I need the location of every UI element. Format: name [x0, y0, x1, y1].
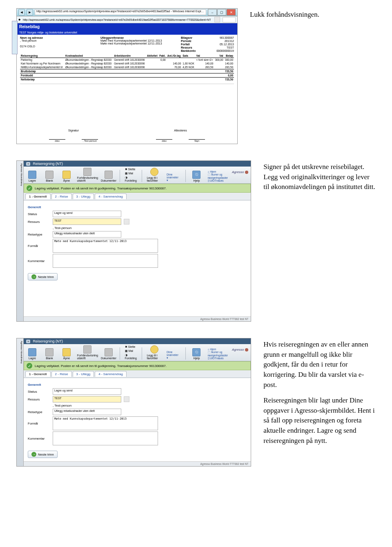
ikoner-link[interactable]: ⬚ Ikoner og navigeringstaster [208, 351, 228, 357]
check-icon: ✓ [27, 185, 32, 191]
blank-button[interactable]: Blank [43, 348, 56, 360]
blank-button[interactable]: Blank [43, 171, 56, 182]
lookup-icon[interactable] [124, 219, 129, 225]
maximize-icon[interactable]: ▢ [217, 9, 226, 16]
kommentar-field[interactable] [53, 254, 158, 268]
apne-button[interactable]: Åpne [60, 348, 73, 360]
lagre-button[interactable]: Lagre [26, 171, 38, 182]
info-icon: ⓘ [192, 348, 200, 356]
hjelp-button[interactable]: ⓘHjelp [190, 171, 203, 182]
status-field[interactable]: Lagre og send [53, 211, 121, 217]
attest-block: Attesteres datoSign [156, 129, 205, 142]
col-ant: Ant./Gr.lag [167, 54, 182, 58]
col-val2: Val [214, 54, 224, 58]
caption-1: Lukk forhåndsvisningen. [250, 10, 376, 20]
forhandsvisning-button[interactable]: Forhåndsvisning utskrift [78, 345, 98, 360]
tab-sammendrag[interactable]: 4 - Sammendrag [95, 371, 127, 377]
apne-button[interactable]: Åpne [60, 171, 73, 182]
tab-sammendrag[interactable]: 4 - Sammendrag [95, 193, 127, 199]
col-sats: Sats [182, 54, 195, 58]
sum-netto: Nettobeløp723,50 [20, 78, 234, 82]
back-icon[interactable]: ◄ [18, 9, 25, 16]
fordeling-button[interactable]: ◑ Fordeling [125, 354, 137, 360]
bilagsnr-label: Bilagsnr [181, 36, 205, 39]
lookup-icon[interactable] [124, 396, 129, 402]
formal-field[interactable] [53, 239, 158, 253]
utotnaues-link[interactable]: ⍰ UtOTnaues [208, 179, 228, 182]
reisetype-field[interactable]: Utlegg reisekostnader uten diett [53, 409, 121, 415]
ressurs-field[interactable]: TEST [53, 218, 121, 225]
col-reiseregning: Reiseregning [20, 54, 65, 58]
hovedmeny-tab[interactable]: Agresso Hovedmeny [17, 161, 24, 321]
bankkonto-label: Bankkonto [181, 49, 205, 52]
dine-snarveier-link[interactable]: Dine snarveier ▾ [167, 173, 180, 182]
kommentar-field[interactable] [53, 431, 158, 445]
neste-button[interactable]: →Neste trinn [28, 273, 58, 280]
name-value: , Test-person [20, 39, 36, 42]
caption-2: Signer på det utskrevne reisebilaget. Le… [263, 162, 376, 192]
address-bar[interactable]: http://agressoweb02.umb.no/agresso/Syste… [35, 9, 206, 15]
form-tabs: 1 - Generell 2 - Reise 3 - Utlegg 4 - Sa… [24, 370, 251, 378]
hjem-link[interactable]: ⌂ Hjem [208, 348, 228, 351]
close-icon[interactable]: ✕ [227, 9, 236, 16]
lagre-button[interactable]: Lagre [26, 348, 38, 360]
formal-field[interactable] [53, 416, 158, 430]
hjelp-button[interactable]: ⓘHjelp [190, 348, 203, 360]
favicon-icon: ◆ [18, 18, 20, 21]
reisetype-field[interactable]: Utlegg reisekostnader uten diett [53, 231, 121, 238]
open-icon [62, 348, 71, 356]
arrow-right-icon: → [31, 274, 36, 279]
hjem-link[interactable]: ⌂ Hjem [208, 170, 228, 173]
forward-icon[interactable]: ► [27, 9, 33, 16]
reisetype-label: Reisetype [28, 233, 50, 236]
ressurs-sub: , Test-person [53, 226, 71, 230]
blank-icon [45, 348, 53, 356]
print-preview-icon [83, 168, 91, 176]
forhandsvisning-button[interactable]: Forhåndsvisning utskrift [78, 168, 98, 182]
bilagsnr-value: 901300087 [205, 36, 234, 39]
expand-icon[interactable]: » [26, 162, 30, 166]
check-icon: ✓ [27, 363, 32, 369]
caption-3a: Hvis reiseregningen av en eller annen gr… [263, 340, 376, 390]
expand-icon[interactable]: » [26, 340, 30, 343]
tab-utlegg[interactable]: 3 - Utlegg [73, 371, 94, 377]
tab-generell[interactable]: 1 - Generell [25, 371, 51, 377]
slette-button[interactable]: ✖ Slette [125, 168, 137, 171]
side-favorites-tab[interactable] [12, 21, 18, 54]
slette-button[interactable]: ✖ Slette [125, 345, 137, 349]
forfall-label: Forfall [181, 43, 205, 46]
ikoner-link[interactable]: ⬚ Ikoner og navigeringstaster [208, 173, 228, 179]
kommentar-label: Kommentar [28, 437, 50, 440]
expense-table: Reiseregning Kostnadssted Arbeidsordre A… [20, 54, 234, 81]
ressurs-field[interactable]: TEST [53, 396, 121, 402]
utotnaues-link[interactable]: ⍰ UtOTnaues [208, 357, 228, 360]
table-row: NMBU-Kunnskapsdepartementet t/rØkonomiav… [20, 65, 234, 69]
dokumenter-button[interactable]: Dokumenter [102, 171, 115, 182]
col-aktivitet: Aktivitet [146, 54, 158, 58]
fordeling-button[interactable]: ◑ Fordeling [125, 176, 137, 182]
dokumenter-button[interactable]: Dokumenter [102, 348, 115, 360]
dine-snarveier-link[interactable]: Dine snarveier ▾ [167, 351, 180, 360]
success-message: ✓ Lagring vellykket. Posten er nå sendt … [24, 361, 251, 370]
hovedmeny-tab[interactable]: Agresso Hovedmeny [17, 338, 24, 466]
leggtil-button[interactable]: Legg til i favoritter [147, 345, 162, 360]
col-val: Val [195, 54, 214, 58]
minimize-icon[interactable]: – [208, 9, 217, 16]
neste-button[interactable]: →Neste trinn [28, 451, 58, 458]
kommentar-label: Kommentar [28, 259, 50, 263]
mal-button[interactable]: ▦ Mal [125, 349, 137, 353]
mal-button[interactable]: ▦ Mal [125, 172, 137, 175]
formal-label: Formål [28, 244, 50, 248]
tab-utlegg[interactable]: 3 - Utlegg [73, 193, 94, 199]
leggtil-button[interactable]: Legg til i favoritter [147, 168, 162, 182]
status-field[interactable]: Lagre og send [53, 388, 121, 395]
agresso-logo: Agresso [232, 348, 248, 351]
window-title-bar: » Reiseregning (NT) [24, 161, 251, 167]
home-icon[interactable] [214, 17, 220, 22]
status-label: Status [28, 390, 50, 394]
tab-reise[interactable]: 2 - Reise [51, 371, 72, 377]
tab-reise[interactable]: 2 - Reise [51, 193, 72, 199]
status-label: Status [28, 212, 50, 216]
search-box[interactable] [223, 17, 236, 22]
tab-generell[interactable]: 1 - Generell [25, 193, 51, 199]
